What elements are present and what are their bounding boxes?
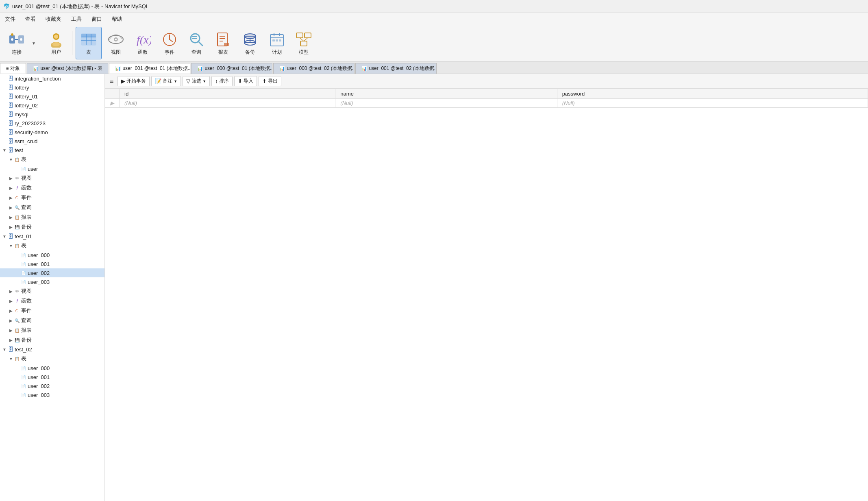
tab-user000-test01[interactable]: 📊 user_000 @test_01 (本地数据...: [191, 63, 272, 74]
sidebar-item-ry[interactable]: 🗄 ry_20230223: [0, 119, 104, 128]
sort-label: 排序: [219, 78, 229, 85]
toolbar-table[interactable]: 表: [76, 27, 102, 59]
db-icon-ssm: 🗄: [7, 138, 14, 144]
svg-rect-44: [276, 39, 278, 41]
sidebar-item-lottery[interactable]: 🗄 lottery: [0, 83, 104, 92]
connect-dropdown-arrow[interactable]: ▼: [32, 41, 36, 46]
sidebar-item-test01-view[interactable]: ▶ 👁 视图: [0, 286, 104, 296]
func-folder-icon: f: [14, 185, 20, 191]
sidebar-item-test01-user001[interactable]: 📄 user_001: [0, 259, 104, 268]
toolbar-schedule[interactable]: 计划: [264, 27, 289, 59]
sidebar-item-test01-query[interactable]: ▶ 🔍 查询: [0, 316, 104, 325]
sidebar-item-security[interactable]: 🗄 security-demo: [0, 128, 104, 137]
toolbar-report[interactable]: 报表: [211, 27, 236, 59]
sidebar-item-test-backup[interactable]: ▶ 💾 备份: [0, 222, 104, 232]
import-btn[interactable]: ⬇ 导入: [234, 76, 257, 86]
menu-help[interactable]: 帮助: [107, 14, 127, 24]
toolbar-user[interactable]: 用户: [44, 27, 69, 59]
sidebar-item-mysql[interactable]: 🗄 mysql: [0, 110, 104, 119]
cell-name-null[interactable]: (Null): [335, 99, 557, 108]
sidebar-item-test01-table-folder[interactable]: ▼ 📋 表: [0, 241, 104, 250]
tab-user001-test01[interactable]: 📊 user_001 @test_01 (本地数据...: [109, 63, 190, 74]
menu-view[interactable]: 查看: [20, 14, 41, 24]
filter-icon: ▽: [186, 78, 190, 84]
table-icon-test02-user003: 📄: [20, 392, 27, 398]
menu-window[interactable]: 窗口: [87, 14, 107, 24]
sort-btn[interactable]: ↕ 排序: [211, 76, 233, 86]
content-toolbar: ≡ ▶ 开始事务 📝 备注 ▼ ▽ 筛选 ▼ ↕ 排序 ⬇ 导入: [105, 74, 868, 89]
toolbar-event[interactable]: 事件: [157, 27, 182, 59]
sidebar-item-ssm[interactable]: 🗄 ssm_crud: [0, 137, 104, 146]
toolbar-backup[interactable]: 备份: [237, 27, 263, 59]
menu-favorites[interactable]: 收藏夹: [41, 14, 66, 24]
tab-object[interactable]: ≡ 对象: [0, 63, 26, 74]
menu-tools[interactable]: 工具: [66, 14, 87, 24]
sidebar-label-test02-user000: user_000: [28, 365, 50, 371]
sidebar-item-test-view[interactable]: ▶ 👁 视图: [0, 173, 104, 183]
sidebar-item-test[interactable]: ▼ 🗄 test: [0, 146, 104, 155]
app-icon: 🐬: [3, 3, 10, 9]
sidebar-item-test02-user002[interactable]: 📄 user_002: [0, 381, 104, 390]
sidebar-label-test-report: 报表: [21, 213, 32, 221]
sidebar-label-integration: integration_function: [15, 76, 61, 82]
sidebar-item-test01-user000[interactable]: 📄 user_000: [0, 250, 104, 259]
sidebar-label-test01-func: 函数: [21, 297, 32, 305]
sidebar-item-test-user[interactable]: 📄 user: [0, 164, 104, 173]
sidebar-item-test-event[interactable]: ▶ ⏱ 事件: [0, 193, 104, 203]
sidebar-item-test-table-folder[interactable]: ▼ 📋 表: [0, 155, 104, 164]
sort-icon: ↕: [215, 78, 218, 84]
sidebar-item-test01-func[interactable]: ▶ f 函数: [0, 296, 104, 306]
sidebar-item-test01[interactable]: ▼ 🗄 test_01: [0, 232, 104, 241]
sidebar-item-test02-user000[interactable]: 📄 user_000: [0, 364, 104, 372]
table-area[interactable]: id name password ▶ (Null) (Null) (Null): [105, 89, 868, 501]
table-icon-test02-user001: 📄: [20, 374, 27, 380]
start-transaction-label: 开始事务: [126, 78, 146, 85]
sidebar-item-test01-user003[interactable]: 📄 user_003: [0, 277, 104, 286]
filter-btn[interactable]: ▽ 筛选 ▼: [183, 76, 210, 86]
cell-id-null[interactable]: (Null): [120, 99, 335, 108]
sidebar-item-test01-report[interactable]: ▶ 📋 报表: [0, 325, 104, 335]
tab-user-test[interactable]: 📊 user @test (本地数据库) - 表: [27, 63, 108, 74]
toolbar-query[interactable]: 查询: [184, 27, 209, 59]
tab-user001-test02[interactable]: 📊 user_001 @test_02 (本地数据...: [355, 63, 437, 74]
hamburger-menu-btn[interactable]: ≡: [107, 76, 116, 86]
start-transaction-btn[interactable]: ▶ 开始事务: [117, 76, 150, 86]
sidebar-item-test01-backup[interactable]: ▶ 💾 备份: [0, 335, 104, 345]
toolbar-connect[interactable]: 连接: [4, 27, 29, 59]
table-icon-test02-user002: 📄: [20, 383, 27, 389]
comment-btn[interactable]: 📝 备注 ▼: [151, 76, 181, 86]
sidebar-item-lottery02[interactable]: 🗄 lottery_02: [0, 101, 104, 110]
sidebar-label-test01-table-folder: 表: [21, 242, 26, 249]
cell-password-null[interactable]: (Null): [557, 99, 868, 108]
sidebar-item-test02[interactable]: ▼ 🗄 test_02: [0, 345, 104, 354]
sidebar-item-integration[interactable]: 🗄 integration_function: [0, 74, 104, 83]
sidebar-label-test02: test_02: [15, 346, 32, 353]
connect-icon: [8, 31, 25, 48]
sidebar-item-test-func[interactable]: ▶ f 函数: [0, 183, 104, 193]
filter-dropdown[interactable]: ▼: [202, 79, 206, 83]
comment-dropdown[interactable]: ▼: [174, 79, 177, 83]
table-icon-test-user: 📄: [20, 166, 27, 172]
export-btn[interactable]: ⬆ 导出: [259, 76, 281, 86]
sidebar-item-test-query[interactable]: ▶ 🔍 查询: [0, 203, 104, 212]
tab-user000-test02[interactable]: 📊 user_000 @test_02 (本地数据...: [273, 63, 355, 74]
backup-icon: [241, 31, 259, 48]
sidebar-item-test01-user002[interactable]: 📄 user_002: [0, 268, 104, 277]
svg-rect-48: [300, 41, 307, 46]
user-icon: [48, 31, 65, 48]
sidebar-label-mysql: mysql: [15, 111, 28, 118]
sidebar-item-test-report[interactable]: ▶ 📋 报表: [0, 212, 104, 222]
toolbar-connect-arrow[interactable]: ▼: [31, 27, 37, 59]
toolbar-view[interactable]: 视图: [103, 27, 128, 59]
menu-file[interactable]: 文件: [0, 14, 20, 24]
sidebar-item-lottery01[interactable]: 🗄 lottery_01: [0, 92, 104, 101]
col-password: password: [557, 89, 868, 99]
sidebar-item-test02-table-folder[interactable]: ▼ 📋 表: [0, 354, 104, 364]
toolbar-function[interactable]: f(x) 函数: [130, 27, 155, 59]
table-row-empty[interactable]: ▶ (Null) (Null) (Null): [105, 99, 868, 108]
sidebar-item-test01-event[interactable]: ▶ ⏱ 事件: [0, 306, 104, 316]
toolbar-model[interactable]: 模型: [291, 27, 316, 59]
sidebar-scroll[interactable]: 🗄 integration_function 🗄 lottery 🗄 lotte…: [0, 74, 104, 501]
sidebar-item-test02-user001[interactable]: 📄 user_001: [0, 372, 104, 381]
sidebar-item-test02-user003[interactable]: 📄 user_003: [0, 390, 104, 399]
